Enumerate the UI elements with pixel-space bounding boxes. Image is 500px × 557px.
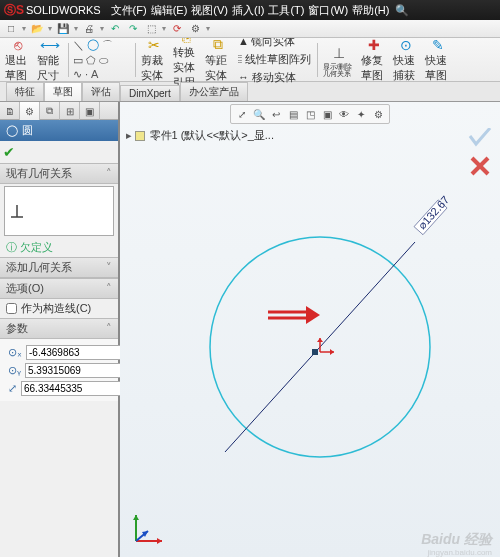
manager-tabs: 🗎 ⚙ ⧉ ⊞ ▣	[0, 102, 118, 120]
trim-button[interactable]: ✂ 剪裁实体	[140, 41, 168, 79]
chevron-up-icon: ˄	[106, 167, 112, 180]
sketch-origin[interactable]	[312, 338, 334, 355]
params-header[interactable]: 参数 ˄	[0, 318, 118, 339]
watermark: Baidu 经验	[421, 531, 492, 549]
dimxpert-tab-icon[interactable]: ⊞	[60, 102, 80, 120]
menu-window[interactable]: 窗口(W)	[306, 2, 350, 19]
tab-office[interactable]: 办公室产品	[180, 82, 248, 101]
circle-prop-icon: ◯	[6, 124, 18, 137]
sketch-entity-group: ＼ ◯ ⌒ ▭ ⬠ ⬭ ∿ · A	[73, 38, 131, 81]
rapid-label: 快速草图	[425, 53, 451, 83]
solidworks-logo-icon: ⓈS	[4, 2, 24, 19]
watermark-sub: jingyan.baidu.com	[428, 548, 492, 557]
polygon-icon[interactable]: ⬠	[86, 54, 96, 67]
arc-icon[interactable]: ⌒	[102, 38, 113, 53]
smart-dimension-button[interactable]: ⟷ 智能尺寸	[36, 41, 64, 79]
params-label: 参数	[6, 321, 28, 336]
graphics-area[interactable]: ⤢ 🔍 ↩ ▤ ◳ ▣ 👁 ✦ ⚙ ▸ 零件1 (默认<<默认>_显...	[120, 102, 500, 557]
property-title-text: 圆	[22, 123, 33, 138]
smart-dimension-label: 智能尺寸	[37, 53, 63, 83]
open-icon[interactable]: 📂	[30, 22, 44, 36]
line-icon[interactable]: ＼	[73, 38, 84, 53]
perpendicular-icon	[9, 203, 25, 219]
command-manager: ⎋ 退出草图 ⟷ 智能尺寸 ＼ ◯ ⌒ ▭ ⬠ ⬭ ∿ · A ✂ 剪裁实体 ⎘…	[0, 38, 500, 82]
tab-sketch[interactable]: 草图	[44, 82, 82, 101]
repair-label: 修复草图	[361, 53, 387, 83]
center-x-icon: ⊙ₓ	[8, 344, 22, 360]
circle-icon[interactable]: ◯	[87, 38, 99, 53]
search-icon[interactable]: 🔍	[395, 4, 409, 17]
convert-button[interactable]: ⎘ 转换实体引用	[172, 41, 200, 79]
config-tab-icon[interactable]: ⧉	[40, 102, 60, 120]
orientation-triad[interactable]	[130, 507, 170, 547]
add-relations-header[interactable]: 添加几何关系 ˅	[0, 257, 118, 278]
select-icon[interactable]: ⬚	[144, 22, 158, 36]
display-relations-button[interactable]: ⊥ 显示/删除几何关系	[322, 41, 356, 79]
relations-icon: ⊥	[329, 43, 349, 63]
existing-relations-header[interactable]: 现有几何关系 ˄	[0, 163, 118, 184]
center-y-icon: ⊙ᵧ	[8, 362, 21, 378]
tab-dimxpert[interactable]: DimXpert	[120, 85, 180, 101]
tab-evaluate[interactable]: 评估	[82, 82, 120, 101]
svg-marker-12	[133, 515, 139, 520]
pattern-button[interactable]: ⦙⦙ 线性草图阵列	[236, 51, 313, 68]
undo-icon[interactable]: ↶	[108, 22, 122, 36]
menu-view[interactable]: 视图(V)	[189, 2, 230, 19]
print-icon[interactable]: 🖨	[82, 22, 96, 36]
repair-button[interactable]: ✚ 修复草图	[360, 41, 388, 79]
add-relations-label: 添加几何关系	[6, 260, 72, 275]
standard-toolbar: □▾ 📂▾ 💾▾ 🖨▾ ↶ ↷ ⬚▾ ⟳ ⚙▾	[0, 20, 500, 38]
redo-icon[interactable]: ↷	[126, 22, 140, 36]
titlebar: ⓈS SOLIDWORKS 文件(F) 编辑(E) 视图(V) 插入(I) 工具…	[0, 0, 500, 20]
tab-feature[interactable]: 特征	[6, 82, 44, 101]
slot-icon[interactable]: ⬭	[99, 54, 108, 67]
rebuild-icon[interactable]: ⟳	[170, 22, 184, 36]
save-icon[interactable]: 💾	[56, 22, 70, 36]
display-tab-icon[interactable]: ▣	[80, 102, 100, 120]
text-icon[interactable]: A	[91, 68, 98, 81]
new-icon[interactable]: □	[4, 22, 18, 36]
menu-insert[interactable]: 插入(I)	[230, 2, 266, 19]
rectangle-icon[interactable]: ▭	[73, 54, 83, 67]
options-header[interactable]: 选项(O) ˄	[0, 278, 118, 299]
construction-label: 作为构造线(C)	[21, 301, 91, 316]
options-icon[interactable]: ⚙	[188, 22, 202, 36]
construction-checkbox[interactable]	[6, 303, 17, 314]
offset-button[interactable]: ⧉ 等距实体	[204, 41, 232, 79]
menu-tools[interactable]: 工具(T)	[266, 2, 306, 19]
trim-icon: ✂	[144, 37, 164, 53]
feature-tree-tab-icon[interactable]: 🗎	[0, 102, 20, 120]
diameter-dimension[interactable]: ⌀ 132.67	[413, 194, 452, 235]
under-defined-label: 欠定义	[20, 241, 53, 253]
rapid-sketch-button[interactable]: ✎ 快速草图	[424, 41, 452, 79]
ok-button[interactable]: ✔	[3, 144, 15, 160]
exit-sketch-button[interactable]: ⎋ 退出草图	[4, 41, 32, 79]
dimension-icon: ⟷	[40, 37, 60, 53]
menu-file[interactable]: 文件(F)	[109, 2, 149, 19]
sketch-geometry: ⌀ 132.67	[120, 102, 500, 557]
menu-edit[interactable]: 编辑(E)	[149, 2, 190, 19]
svg-marker-7	[317, 338, 323, 342]
property-title: ◯ 圆	[0, 120, 118, 141]
repair-icon: ✚	[364, 37, 384, 53]
svg-marker-5	[330, 349, 334, 355]
quick-snap-button[interactable]: ⊙ 快速捕获	[392, 41, 420, 79]
dimension-value: 132.67	[420, 194, 451, 227]
options-label: 选项(O)	[6, 281, 44, 296]
chevron-down-icon: ˅	[106, 261, 112, 274]
params-body: ⊙ₓ ▴▾ ⊙ᵧ ▴▾ ⤢ ▴▾	[0, 339, 118, 401]
menu-help[interactable]: 帮助(H)	[350, 2, 391, 19]
spline-icon[interactable]: ∿	[73, 68, 82, 81]
exit-sketch-label: 退出草图	[5, 53, 31, 83]
property-tab-icon[interactable]: ⚙	[20, 102, 40, 120]
chevron-up-icon: ˄	[106, 322, 112, 335]
svg-marker-14	[157, 538, 162, 544]
existing-relations-list[interactable]	[4, 186, 114, 236]
point-icon[interactable]: ·	[85, 68, 88, 81]
quick-snap-label: 快速捕获	[393, 53, 419, 83]
app-title: SOLIDWORKS	[26, 4, 101, 16]
rapid-icon: ✎	[428, 37, 448, 53]
offset-icon: ⧉	[208, 36, 228, 53]
existing-relations-label: 现有几何关系	[6, 166, 72, 181]
snap-icon: ⊙	[396, 37, 416, 53]
